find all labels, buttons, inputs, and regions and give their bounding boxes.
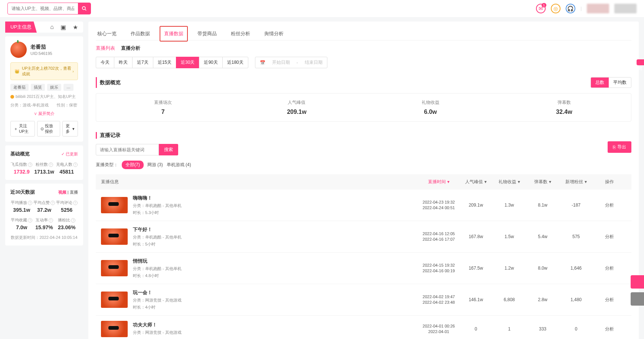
overview-label: 直播场次 xyxy=(96,99,230,106)
fans: -187 xyxy=(559,203,593,208)
tv-icon[interactable]: ▣ xyxy=(61,24,66,31)
fab-grey[interactable] xyxy=(631,292,644,306)
main-tab[interactable]: 核心一览 xyxy=(96,27,118,40)
range-btn[interactable]: 近30天 xyxy=(176,57,199,68)
overview-label: 礼物收益 xyxy=(364,99,497,106)
date-range[interactable]: 📅开始日期-结束日期 xyxy=(255,57,327,68)
col-header: 直播信息 xyxy=(101,179,418,185)
follow-button[interactable]: ＋关注UP主 xyxy=(10,121,35,136)
analyze-link[interactable]: 分析 xyxy=(593,297,626,303)
live-title[interactable]: 嗨嗨嗨！ xyxy=(133,195,418,201)
tag[interactable]: 搞笑 xyxy=(31,84,45,91)
tag[interactable]: … xyxy=(63,84,73,91)
compare-tab[interactable]: 对比 xyxy=(637,59,644,65)
type-filter[interactable]: 全部(7) xyxy=(122,161,144,169)
stat-label: 飞瓜指数? xyxy=(10,162,33,167)
analyze-link[interactable]: 分析 xyxy=(593,326,626,332)
stat-label: 平均点赞? xyxy=(33,200,56,205)
subnav-list[interactable]: 直播列表 xyxy=(96,45,115,52)
col-header[interactable]: 弹幕数 ▾ xyxy=(526,179,559,185)
main-tab[interactable]: 粉丝分析 xyxy=(229,27,252,40)
analyze-link[interactable]: 分析 xyxy=(593,265,626,271)
gift: 1.3w xyxy=(493,203,526,208)
range-btn[interactable]: 近15天 xyxy=(153,57,176,68)
peak: 167.5w xyxy=(459,266,493,271)
type-label: 直播类型： xyxy=(96,162,118,168)
type-filter[interactable]: 单机游戏 (4) xyxy=(167,162,191,168)
analyze-link[interactable]: 分析 xyxy=(593,234,626,240)
live-time: 2022-04-23 19:322022-04-24 00:51 xyxy=(418,200,459,211)
live-category: 分类：单机跑酷 - 其他单机 xyxy=(133,266,418,271)
main-tab[interactable]: 带货商品 xyxy=(196,27,218,40)
chevron-right-icon: › xyxy=(72,69,74,73)
danmu: 2.8w xyxy=(526,297,559,302)
star-icon[interactable]: ★ xyxy=(73,24,78,31)
live-time: 2022-04-15 19:322022-04-16 00:19 xyxy=(418,263,459,274)
range-btn[interactable]: 今天 xyxy=(96,57,114,68)
live-title[interactable]: 下午好！ xyxy=(133,226,418,233)
export-button[interactable]: ⎘导出 xyxy=(608,141,631,153)
range-btn[interactable]: 昨天 xyxy=(114,57,133,68)
home-icon[interactable]: ⌂ xyxy=(50,24,54,31)
more-button[interactable]: 更多 ▾ xyxy=(62,121,78,136)
target-icon[interactable]: ◎ xyxy=(551,4,560,13)
tab-live[interactable]: 直播 xyxy=(70,190,78,194)
user-name-blur xyxy=(614,4,637,13)
live-thumb[interactable] xyxy=(101,228,128,245)
live-thumb[interactable] xyxy=(101,197,128,213)
live-duration: 时长：4.8小时 xyxy=(133,273,418,279)
quote-button[interactable]: ⊙投放报价 xyxy=(37,121,60,136)
main-tab[interactable]: 直播数据 xyxy=(163,27,185,40)
search-input[interactable] xyxy=(8,4,78,13)
stat-value: 45811 xyxy=(55,169,78,175)
search-button[interactable] xyxy=(78,3,91,14)
toggle-total[interactable]: 总数 xyxy=(591,78,609,88)
analyze-link[interactable]: 分析 xyxy=(593,202,626,208)
live-category: 分类：网游竞技 - 其他游戏 xyxy=(133,297,418,303)
up-name: 老番茄 xyxy=(30,44,52,50)
stat-label: 充电人数? xyxy=(55,162,78,167)
mail-icon[interactable]: ✉1 xyxy=(536,4,546,13)
col-header[interactable]: 礼物收益 ▾ xyxy=(493,179,526,185)
stat-value: 23.06% xyxy=(55,224,78,230)
live-thumb[interactable] xyxy=(101,321,128,337)
achievement-banner[interactable]: 👑 UP主历史上榜702次，查看成就 › xyxy=(10,62,78,80)
user-avatar-blur[interactable] xyxy=(587,4,609,13)
col-header[interactable]: 直播时间 ▾ xyxy=(418,179,459,185)
main-tab[interactable]: 舆情分析 xyxy=(263,27,285,40)
overview-value: 32.4w xyxy=(497,109,631,115)
records-search-input[interactable] xyxy=(96,144,159,155)
support-icon[interactable]: 🎧 xyxy=(566,4,575,13)
danmu: 5.4w xyxy=(526,234,559,239)
expand-intro[interactable]: ∨ 展开简介 xyxy=(10,111,78,116)
type-filter[interactable]: 网游 (3) xyxy=(147,162,163,168)
svg-point-0 xyxy=(82,7,85,10)
subnav-analysis[interactable]: 直播分析 xyxy=(121,45,140,52)
table-row: 悄悄玩 分类：单机跑酷 - 其他单机 时长：4.8小时 2022-04-15 1… xyxy=(96,253,631,284)
records-search-btn[interactable]: 搜索 xyxy=(159,144,178,155)
main-tab[interactable]: 作品数据 xyxy=(129,27,151,40)
overview-title: 数据概览 xyxy=(100,79,121,86)
col-header[interactable]: 人气峰值 ▾ xyxy=(459,179,493,185)
live-title[interactable]: 功夫大师！ xyxy=(133,322,418,328)
range-btn[interactable]: 近7天 xyxy=(132,57,153,68)
tab-video[interactable]: 视频 xyxy=(58,190,66,194)
live-title[interactable]: 悄悄玩 xyxy=(133,258,418,264)
search-icon xyxy=(82,6,87,11)
live-thumb[interactable] xyxy=(101,260,128,276)
range-btn[interactable]: 近180天 xyxy=(222,57,248,68)
live-thumb[interactable] xyxy=(101,292,128,308)
danmu: 8.0w xyxy=(526,266,559,271)
tag[interactable]: 老番茄 xyxy=(10,84,29,91)
mail-badge: 1 xyxy=(542,3,546,7)
fans: 1,480 xyxy=(559,297,593,302)
tag[interactable]: 娱乐 xyxy=(47,84,61,91)
gift: 6,808 xyxy=(493,297,526,302)
sidebar-tab[interactable]: UP主信息 xyxy=(5,22,37,33)
fab-pink[interactable] xyxy=(631,275,644,289)
danmu: 333 xyxy=(526,326,559,332)
range-btn[interactable]: 近90天 xyxy=(199,57,222,68)
toggle-avg[interactable]: 平均数 xyxy=(609,78,631,88)
live-title[interactable]: 玩一会！ xyxy=(133,289,418,296)
col-header[interactable]: 新增粉丝 ▾ xyxy=(559,179,593,185)
